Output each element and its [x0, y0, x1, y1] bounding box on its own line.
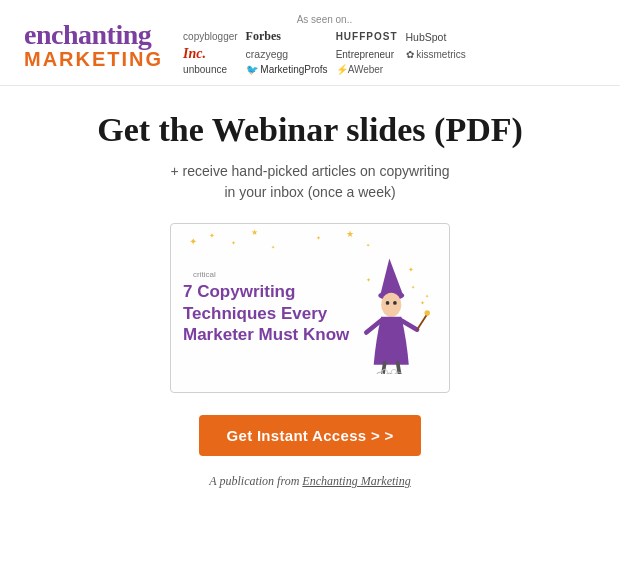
as-seen-on: As seen on.. copyblogger Forbes HUFFPOST…: [183, 14, 466, 75]
svg-text:✦: ✦: [420, 299, 425, 306]
subheadline-line2: in your inbox (once a week): [171, 182, 450, 203]
media-logo-aweber: ⚡AWeber: [336, 64, 398, 75]
cta-button[interactable]: Get Instant Access > >: [199, 415, 422, 456]
as-seen-label: As seen on..: [183, 14, 466, 25]
media-logo-crazyegg: crazyegg: [246, 48, 328, 60]
svg-point-7: [393, 301, 397, 305]
media-logo-huffpost: HUFFPOST: [336, 31, 398, 42]
media-logo-forbes: Forbes: [246, 29, 328, 44]
media-logo-inc: Inc.: [183, 46, 237, 62]
star-decoration: ★: [251, 228, 258, 237]
book-preview: ✦ ✦ ✦ ★ ✦ ✦ ★ ✦ critical 7 Copywriting T…: [170, 223, 450, 393]
media-logo-kissmetrics: ✿ kissmetrics: [406, 49, 466, 60]
media-logo-unbounce: unbounce: [183, 64, 237, 75]
star-decoration: ✦: [366, 242, 370, 248]
star-decoration: ✦: [189, 236, 197, 247]
svg-point-5: [381, 293, 401, 317]
footer-text: A publication from Enchanting Marketing: [209, 474, 410, 489]
svg-text:✦: ✦: [366, 276, 371, 282]
subheadline-line1: + receive hand-picked articles on copywr…: [171, 161, 450, 182]
star-decoration: ✦: [209, 232, 215, 240]
svg-text:✦: ✦: [411, 285, 415, 290]
media-logo-copyblogger: copyblogger: [183, 31, 237, 42]
media-logos-grid: copyblogger Forbes HUFFPOST HubSpot Inc.…: [183, 29, 466, 75]
footer-link[interactable]: Enchanting Marketing: [302, 474, 410, 488]
svg-marker-0: [380, 258, 403, 295]
svg-line-10: [417, 314, 427, 330]
logo-enchanting: enchanting: [24, 21, 163, 49]
header: enchanting MARKETING As seen on.. copybl…: [0, 0, 620, 86]
svg-point-6: [386, 301, 390, 305]
main-content: Get the Webinar slides (PDF) + receive h…: [0, 86, 620, 505]
star-decoration: ★: [346, 229, 354, 239]
media-logo-hubspot: HubSpot: [406, 31, 466, 43]
logo-marketing: MARKETING: [24, 49, 163, 69]
svg-point-11: [424, 310, 430, 316]
book-text-area: critical 7 Copywriting Techniques Every …: [183, 270, 353, 345]
star-decoration: ✦: [231, 239, 236, 246]
logo: enchanting MARKETING: [24, 21, 163, 69]
media-logo-entrepreneur: Entrepreneur: [336, 49, 398, 60]
media-logo-marketingprofs: 🐦 MarketingProfs: [246, 64, 328, 75]
svg-line-14: [383, 363, 385, 374]
star-decoration: ✦: [271, 244, 275, 250]
svg-text:✦: ✦: [408, 265, 414, 274]
headline: Get the Webinar slides (PDF): [97, 110, 523, 151]
subheadline: + receive hand-picked articles on copywr…: [171, 161, 450, 203]
svg-text:✦: ✦: [425, 294, 429, 299]
book-illustration: ✦ ✦ ✦ ✦: [354, 254, 439, 384]
book-critical-tag: critical: [193, 270, 353, 279]
footer-text-prefix: A publication from: [209, 474, 302, 488]
star-decoration: ✦: [316, 234, 321, 241]
book-title: 7 Copywriting Techniques Every Marketer …: [183, 281, 353, 345]
page-container: enchanting MARKETING As seen on.. copybl…: [0, 0, 620, 584]
